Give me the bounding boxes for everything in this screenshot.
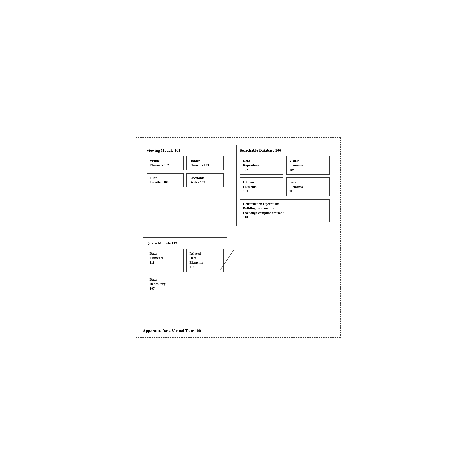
- visible-elements-108: VisibleElements108: [286, 156, 330, 175]
- query-module-grid-top: DataElements111 RelatedDataElements113: [147, 249, 223, 272]
- data-elements-111-db: DataElements111: [286, 177, 330, 196]
- viewing-module-grid: VisibleElements 102 HiddenElements 103 F…: [147, 156, 223, 187]
- searchable-database: Searchable Database 106 DataRepository10…: [236, 145, 333, 226]
- viewing-module: Viewing Module 101 VisibleElements 102 H…: [143, 145, 227, 226]
- searchable-database-grid: DataRepository107 VisibleElements108 Hid…: [240, 156, 330, 222]
- data-repository-107-top: DataRepository107: [240, 156, 284, 175]
- hidden-elements-109: HiddenElements109: [240, 177, 284, 196]
- data-repository-107-qm: DataRepository107: [147, 275, 183, 294]
- query-module-grid-bottom: DataRepository107: [147, 275, 223, 294]
- viewing-module-title: Viewing Module 101: [147, 148, 223, 153]
- bottom-row: Query Module 112 DataElements111 Related…: [143, 238, 333, 297]
- related-data-elements-113: RelatedDataElements113: [187, 249, 223, 272]
- query-module: Query Module 112 DataElements111 Related…: [143, 238, 227, 297]
- visible-elements-102: VisibleElements 102: [147, 156, 184, 170]
- bottom-right-spacer: [236, 238, 333, 297]
- hidden-elements-103: HiddenElements 103: [187, 156, 223, 170]
- cobime-box: Construction OperationsBuilding Informat…: [240, 199, 330, 222]
- apparatus-container: Viewing Module 101 VisibleElements 102 H…: [136, 137, 341, 338]
- electronic-device-105: ElectronicDevice 105: [187, 173, 223, 187]
- query-module-title: Query Module 112: [147, 241, 223, 246]
- first-location-104: FirstLocation 104: [147, 173, 184, 187]
- top-row: Viewing Module 101 VisibleElements 102 H…: [143, 145, 333, 226]
- data-elements-111-qm: DataElements111: [147, 249, 184, 272]
- apparatus-label: Apparatus for a Virtual Tour 100: [143, 329, 201, 333]
- searchable-database-title: Searchable Database 106: [240, 148, 330, 153]
